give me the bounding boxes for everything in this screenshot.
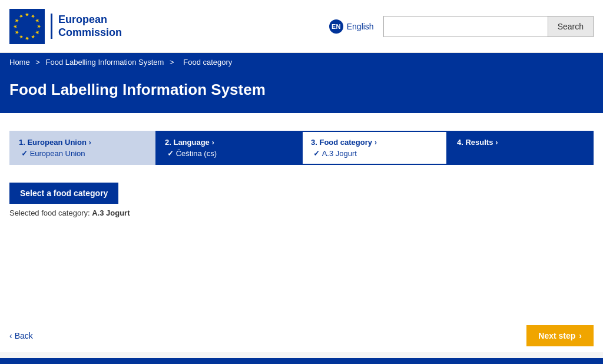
- next-arrow-icon: ›: [579, 331, 582, 340]
- step-2-value: Čeština (cs): [165, 149, 292, 158]
- nav-buttons: ‹ Back Next step ›: [0, 313, 603, 352]
- lang-badge: EN: [329, 19, 343, 34]
- search-area: Search: [383, 16, 594, 37]
- breadcrumb-home[interactable]: Home: [9, 58, 30, 67]
- chevron-right-icon: ›: [495, 138, 498, 147]
- back-arrow-icon: ‹: [9, 331, 12, 340]
- breadcrumb-flis[interactable]: Food Labelling Information System: [46, 58, 164, 67]
- logo-area: European Commission: [9, 9, 122, 44]
- step-3-label: 3. Food category ›: [311, 138, 438, 147]
- main-content: 1. European Union › European Union 2. La…: [0, 113, 603, 313]
- selected-food-value: A.3 Jogurt: [92, 209, 130, 217]
- back-button[interactable]: ‹ Back: [9, 331, 33, 340]
- step-1[interactable]: 1. European Union › European Union: [9, 131, 155, 165]
- next-label: Next step: [538, 331, 575, 340]
- step-3-value: A.3 Jogurt: [311, 149, 438, 158]
- selected-food-info: Selected food category: A.3 Jogurt: [9, 209, 594, 217]
- steps-row: 1. European Union › European Union 2. La…: [9, 131, 594, 165]
- footer: [0, 358, 603, 364]
- eu-flag-icon: [9, 9, 45, 44]
- chevron-right-icon: ›: [89, 138, 91, 147]
- next-step-button[interactable]: Next step ›: [526, 325, 594, 346]
- chevron-right-icon: ›: [212, 138, 214, 147]
- step-2[interactable]: 2. Language › Čeština (cs): [155, 131, 302, 165]
- breadcrumb-bar: Home > Food Labelling Information System…: [0, 53, 603, 71]
- search-button[interactable]: Search: [548, 16, 594, 37]
- step-4-label: 4. Results ›: [457, 138, 584, 147]
- breadcrumb-sep1: >: [35, 58, 40, 67]
- page-title-bar: Food Labelling Information System: [0, 71, 603, 113]
- step-4[interactable]: 4. Results ›: [448, 131, 594, 165]
- search-input[interactable]: [383, 16, 548, 37]
- step-1-label: 1. European Union ›: [19, 138, 146, 147]
- chevron-right-icon: ›: [375, 138, 377, 147]
- breadcrumb-current: Food category: [183, 58, 232, 67]
- selected-info-prefix: Selected food category:: [9, 209, 90, 217]
- step-3[interactable]: 3. Food category › A.3 Jogurt: [302, 131, 448, 165]
- header-right: EN English Search: [329, 16, 594, 37]
- org-name: European Commission: [51, 14, 122, 39]
- breadcrumb-sep2: >: [170, 58, 174, 67]
- header: European Commission EN English Search: [0, 0, 603, 53]
- step-1-value: European Union: [19, 149, 146, 158]
- step-2-label: 2. Language ›: [165, 138, 292, 147]
- page-title: Food Labelling Information System: [9, 81, 594, 99]
- lang-label: English: [347, 22, 374, 31]
- back-label: Back: [15, 331, 33, 340]
- language-selector[interactable]: EN English: [329, 19, 374, 34]
- select-food-category-button[interactable]: Select a food category: [9, 183, 118, 204]
